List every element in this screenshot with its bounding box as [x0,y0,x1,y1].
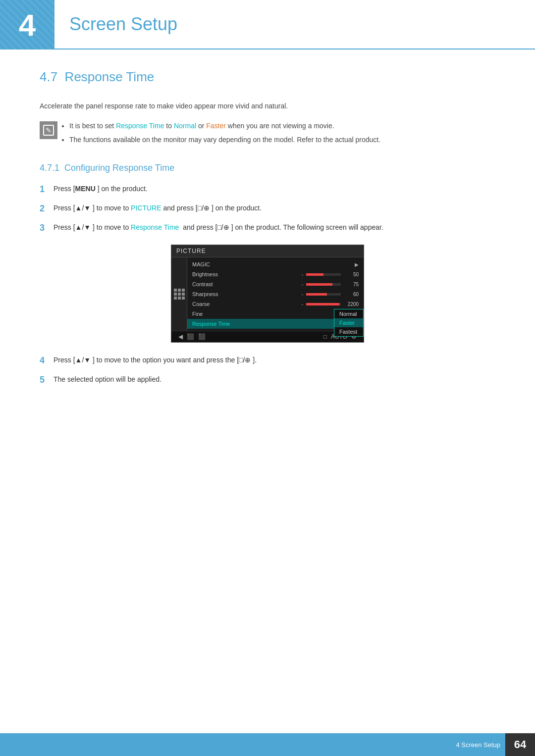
main-content: 4.7 Response Time Accelerate the panel r… [0,50,535,447]
section-number: 4.7 [40,69,57,84]
step-number-3: 3 [40,221,54,235]
icon-cell [182,293,185,296]
screen-menu-header: PICTURE [171,245,364,257]
subsection-title: 4.7.1 Configuring Response Time [40,163,495,173]
coarse-separator: - [302,302,303,307]
step-number-2: 2 [40,202,54,216]
menu-row-fine: Fine Normal Faster Fastest [187,309,364,319]
brightness-separator: - [302,272,303,277]
icon-cell [182,297,185,300]
note-item-2: The functions available on the monitor m… [69,134,380,146]
sharpness-bar [306,293,341,296]
menu-label-brightness: Brightness [192,271,302,277]
brightness-bar [306,273,341,276]
steps-list: 1 Press [MENU ] on the product. 2 Press … [40,183,495,235]
coarse-bar [306,303,341,305]
chapter-number-block: 4 [0,0,54,50]
step-number-5: 5 [40,373,54,387]
footer-icon-down: ⬛ [187,333,194,340]
screen-menu-list: MAGIC ▶ Brightness - 50 [187,257,364,331]
sharpness-separator: - [302,292,303,297]
subsection-number: 4.7.1 [40,163,59,173]
contrast-bar-fill [306,283,332,286]
page-header: 4 Screen Setup [0,0,535,50]
step-4: 4 Press [▲/▼ ] to move to the option you… [40,354,495,368]
sharpness-bar-container: - 60 [302,292,359,297]
dropdown-list: Normal Faster Fastest [334,309,364,337]
contrast-value: 75 [344,282,359,287]
step-text-1: Press [MENU ] on the product. [54,183,495,194]
icon-cell [182,289,185,292]
menu-label-coarse: Coarse [192,301,302,307]
footer-chapter-label: 4 Screen Setup [456,741,505,749]
menu-row-sharpness: Sharpness - 60 [187,289,364,299]
highlight-response-time: Response Time [116,122,164,130]
intro-text: Accelerate the panel response rate to ma… [40,101,495,111]
chapter-number: 4 [19,7,36,43]
note-item-1: It is best to set Response Time to Norma… [69,120,380,132]
header-title: Screen Setup [69,14,177,35]
page-footer: 4 Screen Setup 64 [0,733,535,756]
highlight-faster: Faster [206,122,226,130]
note-icon: ✎ [40,121,57,139]
menu-row-coarse: Coarse - 2200 [187,299,364,309]
step-text-5: The selected option will be applied. [54,374,495,385]
section-title: 4.7 Response Time [40,69,495,89]
sharpness-bar-fill [306,293,327,296]
contrast-separator: - [302,282,303,287]
screen-mockup-container: PICTURE [40,245,495,343]
footer-page-number: 64 [505,733,535,756]
menu-row-magic: MAGIC ▶ [187,259,364,269]
highlight-response-time-step3: Response Time [131,223,179,231]
icon-cell [178,293,181,296]
brightness-bar-container: - 50 [302,272,359,277]
coarse-value: 2200 [344,302,359,307]
section-name: Response Time [65,69,155,84]
icon-cell [174,293,177,296]
note-block: ✎ It is best to set Response Time to Nor… [40,120,495,148]
coarse-bar-container: - 2200 [302,302,359,307]
menu-label-contrast: Contrast [192,281,302,287]
menu-label-sharpness: Sharpness [192,291,302,297]
menu-row-brightness: Brightness - 50 [187,269,364,279]
dropdown-item-faster: Faster [334,318,363,327]
pencil-icon: ✎ [43,125,54,136]
highlight-normal: Normal [174,122,196,130]
screen-body: MAGIC ▶ Brightness - 50 [171,257,364,331]
note-list: It is best to set Response Time to Norma… [64,120,380,148]
contrast-bar [306,283,341,286]
subsection-name: Configuring Response Time [64,163,174,173]
icon-cell [174,289,177,292]
contrast-bar-container: - 75 [302,282,359,287]
screen-mockup: PICTURE [171,245,364,343]
footer-icon-up: ⬛ [198,333,206,340]
step-2: 2 Press [▲/▼ ] to move to PICTURE and pr… [40,202,495,216]
icon-cell [178,297,181,300]
step-5: 5 The selected option will be applied. [40,374,495,387]
brightness-bar-fill [306,273,323,276]
menu-row-contrast: Contrast - 75 [187,279,364,289]
step-text-4: Press [▲/▼ ] to move to the option you w… [54,354,495,365]
footer-icon-display: □ [323,333,327,340]
magic-arrow-icon: ▶ [355,262,359,267]
steps-list-2: 4 Press [▲/▼ ] to move to the option you… [40,354,495,387]
brightness-value: 50 [344,272,359,277]
step-text-2: Press [▲/▼ ] to move to PICTURE and pres… [54,202,495,213]
step-text-3: Press [▲/▼ ] to move to Response Time an… [54,222,495,233]
icon-cell [174,297,177,300]
screen-left-bar [171,257,187,331]
sharpness-value: 60 [344,292,359,297]
header-title-block: Screen Setup [54,0,535,50]
step-3: 3 Press [▲/▼ ] to move to Response Time … [40,222,495,235]
footer-icon-back: ◀ [178,333,183,340]
dropdown-item-normal: Normal [334,309,363,318]
step-number-4: 4 [40,353,54,368]
highlight-picture: PICTURE [131,204,161,212]
coarse-bar-fill [306,303,339,305]
dropdown-popup: Normal Faster Fastest [334,309,364,337]
fine-row-container: Fine Normal Faster Fastest [187,309,364,319]
dropdown-item-fastest: Fastest [334,327,363,336]
menu-label-magic: MAGIC [192,261,355,267]
step-number-1: 1 [40,182,54,197]
step-1: 1 Press [MENU ] on the product. [40,183,495,197]
